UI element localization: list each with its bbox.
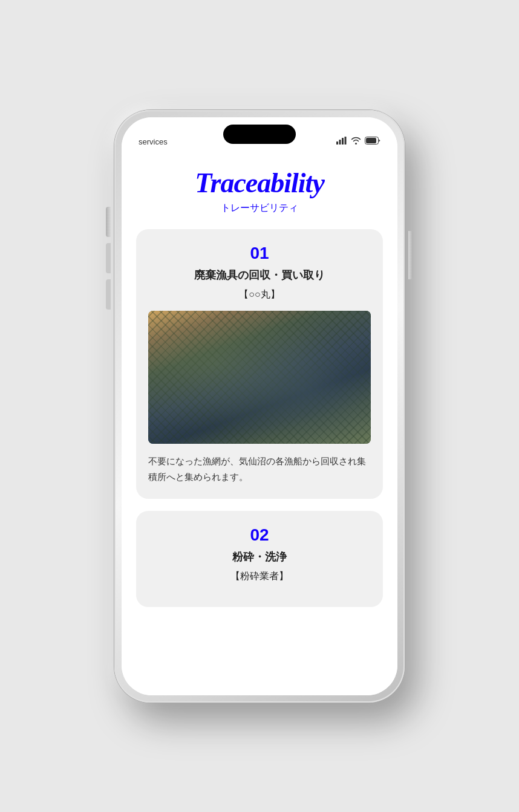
card-02-title: 粉砕・洗浄 bbox=[148, 550, 371, 564]
card-01-subtitle: 【○○丸】 bbox=[148, 288, 371, 301]
status-bar-icons bbox=[336, 137, 380, 146]
battery-icon bbox=[365, 137, 380, 146]
card-01-description: 不要になった漁網が、気仙沼の各漁船から回収され集積所へと集められます。 bbox=[148, 453, 371, 484]
svg-rect-3 bbox=[345, 137, 347, 145]
signal-icon bbox=[336, 137, 347, 146]
card-02-number: 02 bbox=[148, 525, 371, 545]
svg-rect-0 bbox=[336, 141, 338, 145]
sub-title: トレーサビリティ bbox=[136, 202, 383, 215]
wifi-icon bbox=[351, 137, 361, 146]
card-01-image bbox=[148, 311, 371, 444]
title-section: Traceability トレーサビリティ bbox=[136, 162, 383, 215]
card-02: 02 粉砕・洗浄 【粉砕業者】 bbox=[136, 511, 383, 607]
svg-rect-5 bbox=[366, 138, 376, 143]
app-name-label: services bbox=[139, 137, 168, 146]
card-01: 01 廃棄漁具の回収・買い取り 【○○丸】 不要になった漁網が、気仙沼の各漁船か… bbox=[136, 229, 383, 499]
phone-wrapper: services bbox=[102, 89, 417, 724]
page-content[interactable]: Traceability トレーサビリティ 01 廃棄漁具の回収・買い取り 【○… bbox=[122, 150, 397, 695]
card-02-subtitle: 【粉砕業者】 bbox=[148, 570, 371, 583]
phone-screen: services bbox=[122, 117, 397, 695]
svg-rect-1 bbox=[339, 140, 341, 145]
card-01-number: 01 bbox=[148, 244, 371, 263]
phone-frame: services bbox=[114, 110, 405, 703]
dynamic-island bbox=[223, 125, 296, 144]
svg-rect-2 bbox=[342, 138, 344, 145]
card-01-title: 廃棄漁具の回収・買い取り bbox=[148, 268, 371, 282]
main-title: Traceability bbox=[136, 168, 383, 199]
status-bar: services bbox=[122, 117, 397, 150]
